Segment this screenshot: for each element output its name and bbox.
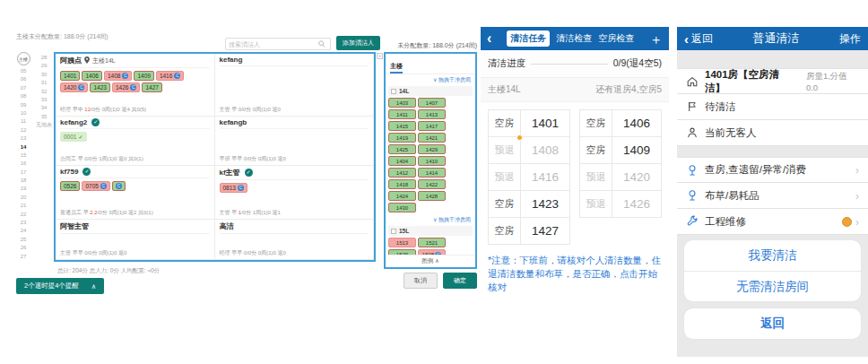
floor-label[interactable]: 23 [21, 219, 27, 227]
room-chip[interactable]: 1401 [60, 71, 80, 81]
floor-label[interactable]: 15 [21, 152, 27, 160]
scrollbar-thumb-icon[interactable]: ▪ [377, 53, 383, 59]
clean-room-chip[interactable]: 1403 [388, 98, 416, 108]
floor-label[interactable]: 10 [21, 109, 27, 117]
drawer-tab-building[interactable]: 主楼 [390, 62, 403, 74]
room-chip[interactable]: 1416C [156, 71, 184, 81]
room-chip[interactable]: 1426C [112, 82, 140, 92]
building-circle[interactable]: 主楼 [17, 52, 30, 65]
floor-checkbox[interactable] [391, 89, 396, 94]
assignment-card[interactable]: 阿智主管主管 早早 0/0分 0间(1)0 退0 [56, 220, 215, 260]
room-status-row[interactable]: 预退1408 [488, 136, 570, 164]
clean-room-chip[interactable]: 1424 [388, 191, 416, 201]
tab-cleaning-tasks[interactable]: 清洁任务 [507, 30, 550, 47]
clean-room-chip[interactable]: 1411 [388, 109, 416, 119]
floor-label[interactable]: 08 [21, 92, 27, 100]
room-chip[interactable]: 1406 [82, 71, 101, 81]
floor-label[interactable]: 26 [21, 244, 27, 252]
grid-scrollbar[interactable]: ▪ [376, 52, 384, 269]
back-button[interactable]: ‹ 返回 [684, 31, 713, 47]
return-button[interactable]: 返回 [684, 308, 861, 339]
floor-label[interactable]: 07 [21, 84, 27, 92]
room-chip[interactable]: 1423 [90, 82, 109, 92]
floor-label[interactable]: 11 [21, 117, 26, 126]
assignment-card[interactable]: kf主管✓0813C主管 早 1/0分 1间(1)0 退1 [215, 166, 375, 220]
floor-label[interactable]: 27 [21, 253, 27, 261]
assignment-card[interactable]: 阿姨点主楼14L140114061408C14091416C1420C14231… [56, 54, 215, 117]
floor-label[interactable]: 35 [35, 113, 53, 121]
room-status-row[interactable]: 预退1420 [579, 163, 662, 191]
clean-room-chip[interactable]: 1428 [418, 191, 446, 201]
floor-label[interactable]: 06 [21, 75, 27, 83]
clean-room-chip[interactable]: 1413 [418, 109, 446, 119]
clean-room-chip[interactable]: 1419 [388, 133, 416, 143]
floor-label[interactable]: 21 [21, 202, 27, 210]
assignment-card[interactable]: kefangb早班 早早 0/0分 0间(1)0 退0 [215, 117, 375, 166]
i-will-clean-button[interactable]: 我要清洁 [684, 240, 861, 271]
clean-room-chip[interactable]: 1430 [388, 203, 416, 212]
tab-cleaning-check[interactable]: 清洁检查 [556, 32, 592, 45]
confirm-button[interactable]: 确定 [443, 273, 477, 289]
toggle-clean-rooms-link[interactable]: ∨ 拖拽干净房间 [388, 74, 473, 86]
assignment-card[interactable]: kf759✓05260705CC普通员工 早 2.2/0分 3间(1)0 退2 … [56, 166, 215, 220]
clean-room-chip[interactable]: 1521 [418, 238, 446, 247]
floor-label[interactable]: 24 [21, 227, 27, 235]
clean-room-chip[interactable]: 1421 [418, 133, 446, 143]
floor-label[interactable]: 28 [35, 54, 53, 62]
room-status-row[interactable]: 空房1401 [488, 109, 570, 137]
search-cleaner-input[interactable] [229, 41, 318, 48]
room-status-row[interactable]: 空房1409 [579, 136, 662, 164]
room-status-row[interactable]: 空房1427 [488, 217, 570, 245]
room-status-row[interactable]: 预退1426 [579, 190, 662, 218]
floor-label[interactable]: 05 [21, 67, 27, 75]
floor-label[interactable]: 25 [21, 236, 27, 244]
clean-room-chip[interactable]: 1415 [388, 121, 416, 131]
clean-room-chip[interactable]: 1417 [418, 121, 446, 131]
clean-room-chip[interactable]: 1414 [418, 168, 446, 178]
floor-label[interactable]: 32 [35, 88, 53, 96]
floor-label[interactable]: 13 [21, 134, 27, 143]
add-cleaner-button[interactable]: 添加清洁人 [336, 36, 380, 50]
floor-label[interactable]: 29 [35, 62, 53, 70]
action-menu-button[interactable]: 操作 [839, 31, 861, 47]
floor-label[interactable]: 14 [21, 143, 27, 152]
assignment-card[interactable]: kefang2✓0001✓合同工 早 0/0分 1间(1)0 退0 其0(1) [56, 117, 215, 166]
assignment-card[interactable]: kefang主管 早 0/0分 0间(1)0 退0 [215, 54, 375, 117]
cancel-button[interactable]: 取消 [404, 273, 438, 289]
clean-room-chip[interactable]: 1407 [418, 98, 446, 108]
menu-item-linen[interactable]: 布草/易耗品 › [677, 183, 868, 209]
toggle-clean-rooms-link[interactable]: ∨ 拖拽干净房间 [388, 214, 473, 226]
clean-room-chip[interactable]: 1412 [388, 168, 416, 178]
floor-label[interactable]: 18 [21, 177, 27, 185]
floor-label[interactable]: 22 [21, 211, 27, 219]
room-chip[interactable]: 0705C [82, 181, 109, 191]
floor-label[interactable]: 34 [35, 104, 53, 112]
room-chip[interactable]: 1409 [134, 71, 153, 81]
room-status-row[interactable]: 空房1406 [579, 109, 662, 137]
room-chip[interactable]: 0001✓ [60, 132, 87, 142]
tab-vacant-check[interactable]: 空房检查 [598, 32, 634, 45]
add-icon[interactable]: ＋ [649, 32, 663, 46]
floor-label[interactable]: 20 [21, 194, 27, 202]
clean-room-chip[interactable]: 1425 [388, 144, 416, 154]
room-chip[interactable]: 1427 [142, 82, 161, 92]
room-chip[interactable]: 1420C [60, 82, 88, 92]
assignment-card[interactable]: 高洁经理 早早 0/0分 0间(1)0 退0 [215, 220, 375, 260]
floor-section-header[interactable]: 15L [388, 226, 473, 236]
search-cleaner-box[interactable] [225, 38, 331, 50]
no-clean-needed-button[interactable]: 无需清洁房间 [684, 271, 861, 301]
legend-toggle[interactable]: 图例 ∧ [386, 255, 475, 267]
room-status-row[interactable]: 空房1423 [488, 190, 570, 218]
clean-room-chip[interactable]: 1418 [388, 179, 416, 189]
room-chip[interactable]: 0813C [220, 183, 247, 193]
menu-item-maintenance[interactable]: 工程维修 › [677, 209, 868, 235]
clean-room-chip[interactable]: 1422 [418, 179, 446, 189]
clean-room-chip[interactable]: 1404 [388, 156, 416, 166]
clean-room-chip[interactable]: 1513 [388, 238, 416, 247]
clean-room-chip[interactable]: 1410 [418, 156, 446, 166]
floor-label[interactable]: 16 [21, 160, 27, 168]
floor-label[interactable]: 09 [21, 101, 27, 109]
reminder-collapse-button[interactable]: 2个退时提4个提醒 ∧ [16, 278, 104, 294]
room-chip[interactable]: C [112, 181, 126, 191]
room-status-row[interactable]: 预退1416 [488, 163, 570, 191]
